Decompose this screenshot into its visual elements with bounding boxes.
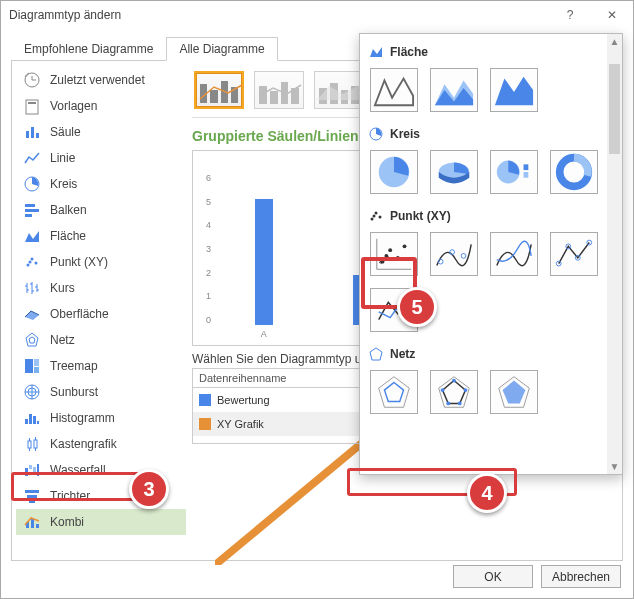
subtype-stacked-area-col[interactable]	[314, 71, 364, 109]
sidebar-item-label: Linie	[50, 151, 75, 165]
svg-rect-8	[25, 209, 39, 212]
svg-rect-33	[29, 500, 35, 503]
sidebar-item-boxplot[interactable]: Kastengrafik	[16, 431, 186, 457]
sidebar-item-surface[interactable]: Oberfläche	[16, 301, 186, 327]
thumb-pie-2[interactable]	[430, 150, 478, 194]
boxplot-icon	[22, 434, 42, 454]
svg-point-56	[556, 261, 561, 266]
scatter-icon	[368, 208, 384, 224]
svg-point-47	[373, 215, 376, 218]
series-name: Bewertung	[217, 394, 367, 406]
surface-icon	[22, 304, 42, 324]
svg-point-55	[461, 254, 466, 259]
cat-label: Netz	[390, 347, 415, 361]
scroll-down-icon[interactable]: ▼	[607, 459, 622, 474]
sidebar-item-treemap[interactable]: Treemap	[16, 353, 186, 379]
svg-rect-16	[25, 359, 33, 373]
help-button[interactable]: ?	[549, 1, 591, 29]
sidebar-item-sunburst[interactable]: Sunburst	[16, 379, 186, 405]
svg-marker-62	[384, 382, 403, 401]
recent-icon	[22, 70, 42, 90]
thumb-pie-3[interactable]	[490, 150, 538, 194]
svg-point-12	[35, 262, 38, 265]
thumb-pie-4[interactable]	[550, 150, 598, 194]
sidebar-item-label: Säule	[50, 125, 81, 139]
thumb-radar-3[interactable]	[490, 370, 538, 414]
cat-label: Kreis	[390, 127, 420, 141]
sidebar-item-scatter[interactable]: Punkt (XY)	[16, 249, 186, 275]
svg-marker-71	[503, 381, 526, 404]
svg-rect-28	[29, 465, 32, 469]
sidebar-item-stock[interactable]: Kurs	[16, 275, 186, 301]
cat-radar: Netz	[368, 346, 616, 362]
sidebar-item-radar[interactable]: Netz	[16, 327, 186, 353]
dialog-window: Diagrammtyp ändern ? ✕ Empfohlene Diagra…	[0, 0, 634, 599]
sidebar-item-area[interactable]: Fläche	[16, 223, 186, 249]
thumb-scatter-3[interactable]	[490, 232, 538, 276]
dialog-footer: OK Abbrechen	[453, 565, 621, 588]
svg-point-68	[446, 402, 450, 406]
tab-recommended[interactable]: Empfohlene Diagramme	[11, 37, 166, 61]
sidebar-item-label: Wasserfall	[50, 463, 106, 477]
svg-rect-18	[34, 367, 39, 373]
sidebar-item-waterfall[interactable]: Wasserfall	[16, 457, 186, 483]
thumb-area-3[interactable]	[490, 68, 538, 112]
thumb-radar-1[interactable]	[370, 370, 418, 414]
sidebar-item-templates[interactable]: Vorlagen	[16, 93, 186, 119]
sidebar-item-pie[interactable]: Kreis	[16, 171, 186, 197]
svg-rect-42	[524, 172, 529, 178]
svg-point-49	[388, 248, 392, 252]
thumb-area-2[interactable]	[430, 68, 478, 112]
popup-scrollbar[interactable]: ▲ ▼	[607, 34, 622, 474]
sidebar-item-label: Vorlagen	[50, 99, 97, 113]
svg-rect-30	[37, 464, 39, 476]
scatter-icon	[22, 252, 42, 272]
svg-point-69	[441, 388, 445, 392]
svg-rect-26	[34, 440, 37, 448]
svg-rect-31	[25, 490, 39, 493]
sidebar-item-line[interactable]: Linie	[16, 145, 186, 171]
subtype-col-line-sec-axis[interactable]	[254, 71, 304, 109]
sidebar-item-label: Oberfläche	[50, 307, 109, 321]
chart-type-picker-popup: Fläche Kreis Punkt (XY)	[359, 33, 623, 475]
close-button[interactable]: ✕	[591, 1, 633, 29]
combo-icon	[22, 512, 42, 532]
stock-icon	[22, 278, 42, 298]
col-name-header: Datenreihenname	[193, 369, 363, 387]
subtype-clustered-col-line[interactable]	[194, 71, 244, 109]
svg-rect-3	[26, 131, 29, 138]
thumb-scatter-5[interactable]	[370, 288, 418, 332]
scroll-thumb[interactable]	[609, 64, 620, 154]
svg-point-11	[31, 258, 34, 261]
svg-rect-22	[29, 414, 32, 424]
thumb-pie-1[interactable]	[370, 150, 418, 194]
sunburst-icon	[22, 382, 42, 402]
svg-point-67	[458, 402, 462, 406]
tab-all[interactable]: Alle Diagramme	[166, 37, 277, 61]
scroll-up-icon[interactable]: ▲	[607, 34, 622, 49]
sidebar-item-funnel[interactable]: Trichter	[16, 483, 186, 509]
svg-rect-29	[33, 467, 36, 472]
pie-icon	[22, 174, 42, 194]
sidebar-item-recent[interactable]: Zuletzt verwendet	[16, 67, 186, 93]
sidebar-item-bar[interactable]: Balken	[16, 197, 186, 223]
svg-point-51	[403, 244, 407, 248]
thumb-scatter-1[interactable]	[370, 232, 418, 276]
svg-point-10	[27, 264, 30, 267]
thumb-area-1[interactable]	[370, 68, 418, 112]
svg-point-13	[29, 261, 32, 264]
svg-point-44	[371, 218, 374, 221]
sidebar-item-combo[interactable]: Kombi	[16, 509, 186, 535]
sidebar-item-label: Kastengrafik	[50, 437, 117, 451]
column-icon	[22, 122, 42, 142]
dialog-title: Diagrammtyp ändern	[9, 8, 121, 22]
ok-button[interactable]: OK	[453, 565, 533, 588]
sidebar-item-histogram[interactable]: Histogramm	[16, 405, 186, 431]
cancel-button[interactable]: Abbrechen	[541, 565, 621, 588]
titlebar: Diagrammtyp ändern ? ✕	[1, 1, 633, 29]
sidebar-item-column[interactable]: Säule	[16, 119, 186, 145]
thumb-scatter-4[interactable]	[550, 232, 598, 276]
thumb-scatter-2[interactable]	[430, 232, 478, 276]
svg-point-45	[375, 212, 378, 215]
thumb-radar-2[interactable]	[430, 370, 478, 414]
